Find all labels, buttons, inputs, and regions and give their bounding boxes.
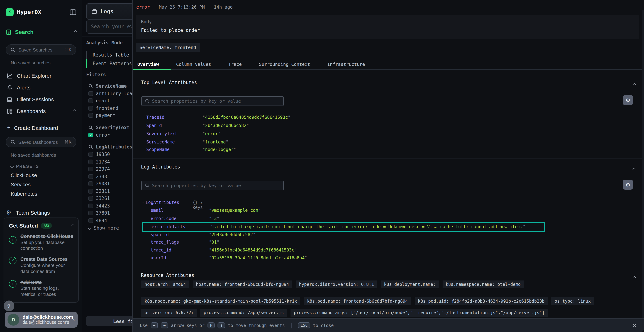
saved-dashboards-field[interactable] (18, 139, 58, 145)
collapse-section-icon[interactable] (632, 81, 635, 88)
tab-column-values[interactable]: Column Values (176, 61, 211, 67)
sidebar-item-team-settings[interactable]: ⚙ Team Settings (0, 206, 82, 218)
filter-option[interactable]: artillery-loa (86, 90, 132, 97)
resource-tag[interactable]: process.command_args: ["/usr/local/bin/n… (291, 309, 548, 316)
top-attributes-search-field[interactable] (152, 98, 274, 104)
detail-footer: Use ← → arrow keys or k j to move throug… (133, 318, 644, 332)
footer-text: to close (313, 323, 334, 328)
checkbox[interactable] (88, 211, 93, 216)
tree-expand-icon[interactable]: ▾ (142, 200, 144, 204)
filter-option[interactable]: 32311 (86, 188, 132, 195)
k-key: k (208, 322, 215, 328)
preset-kubernetes[interactable]: Kubernetes (0, 189, 82, 198)
filter-option[interactable]: payment (86, 112, 132, 119)
filter-option[interactable]: 21734 (86, 158, 132, 166)
filter-option[interactable]: 29081 (86, 180, 132, 188)
log-attributes-search[interactable] (141, 181, 284, 190)
collapse-section-icon[interactable] (632, 274, 635, 280)
filter-option[interactable]: 19350 (86, 151, 132, 158)
checkbox[interactable] (88, 189, 93, 194)
service-name-tag[interactable]: ServiceName: frontend (136, 43, 200, 52)
sidebar-item-client-sessions[interactable]: Client Sessions (0, 94, 82, 105)
saved-dashboards-input[interactable]: ⌘K (6, 137, 76, 148)
checkbox[interactable] (88, 167, 93, 172)
help-button[interactable]: ? (4, 300, 14, 311)
log-attributes-search-field[interactable] (152, 183, 274, 188)
checkbox[interactable] (88, 218, 93, 223)
tab-overview[interactable]: Overview (138, 61, 159, 67)
tab-trace[interactable]: Trace (228, 61, 242, 67)
get-started-item-connect[interactable]: ✓ Connect to ClickHouse Set up your data… (9, 233, 73, 252)
less-filters-button[interactable]: Less fil (86, 316, 132, 326)
get-started-item-sources[interactable]: ✓ Create Data Sources Configure where yo… (9, 256, 73, 275)
mode-results-table[interactable]: Results Table (86, 51, 132, 59)
show-more-toggle[interactable]: Show more (86, 224, 132, 232)
event-search-input[interactable] (86, 19, 132, 34)
saved-searches-input[interactable]: ⌘K (6, 44, 76, 55)
search-config-panel: Logs Analysis Mode Results Table Event P… (82, 0, 132, 332)
close-icon[interactable]: × (632, 322, 637, 329)
app-title: HyperDX (17, 8, 42, 16)
checkbox[interactable] (88, 174, 93, 179)
checkbox-checked[interactable]: ✓ (88, 133, 93, 138)
source-selector-button[interactable]: Logs (86, 3, 132, 19)
resource-tag[interactable]: os.version: 6.6.72+ (141, 309, 197, 316)
checkbox[interactable] (88, 160, 93, 164)
filter-option[interactable]: frontend (86, 104, 132, 112)
presets-toggle[interactable]: PRESETS (11, 164, 82, 168)
sidebar-item-alerts[interactable]: Alerts (0, 82, 82, 94)
scrollbar[interactable] (642, 10, 644, 318)
preset-services[interactable]: Services (0, 180, 82, 189)
log-attributes-settings-button[interactable]: ⚙ (623, 180, 633, 190)
sidebar-item-chart-explorer[interactable]: Chart Explorer (0, 70, 82, 82)
filter-option[interactable]: 37801 (86, 210, 132, 217)
create-dashboard-button[interactable]: + Create Dashboard (0, 122, 82, 134)
user-menu[interactable]: D dale@clickhouse.com dale@clickhouse.co… (5, 312, 78, 328)
resource-tag[interactable]: host.name: frontend-6b6c8d7bfd-ng894 (193, 280, 292, 288)
resource-tag[interactable]: os.type: linux (551, 297, 594, 305)
preset-clickhouse[interactable]: ClickHouse (0, 171, 82, 180)
checkbox[interactable] (88, 152, 93, 157)
log-attributes-title: Log Attributes (141, 164, 180, 170)
filter-option[interactable]: 2333 (86, 173, 132, 180)
filter-option[interactable]: email (86, 97, 132, 104)
resource-tag[interactable]: k8s.namespace.name: otel-demo (442, 280, 524, 288)
resource-tag[interactable]: k8s.pod.uid: f284fb2d-a0b3-4634-991b-e2c… (415, 297, 548, 305)
checkbox[interactable] (88, 182, 93, 186)
sidebar-item-search[interactable]: Search (0, 24, 82, 40)
checkbox[interactable] (88, 106, 93, 110)
resource-tag[interactable]: hyperdx.distro.version: 0.8.1 (296, 280, 377, 288)
divider (291, 322, 292, 328)
filter-option-checked[interactable]: ✓error (86, 131, 132, 139)
get-started-item-add-data[interactable]: ✓ Add Data Start sending logs, metrics, … (9, 279, 73, 298)
filter-option[interactable]: 4894 (86, 217, 132, 224)
highlighted-attribute-row[interactable]: error.details failed to charge card: cou… (142, 222, 545, 232)
resource-attributes-title: Resource Attributes (141, 272, 194, 278)
resource-tag[interactable]: k8s.deployment.name: (381, 280, 439, 288)
top-attributes-search[interactable] (141, 96, 284, 106)
resource-tag[interactable]: k8s.node.name: gke-pme-k8s-standard-main… (141, 297, 300, 305)
checkbox[interactable] (88, 113, 93, 118)
collapse-sidebar-icon[interactable] (70, 9, 76, 15)
chevron-up-icon[interactable] (71, 224, 74, 227)
saved-searches-field[interactable] (18, 47, 58, 52)
resource-tag[interactable]: host.arch: amd64 (141, 280, 189, 288)
resource-tag[interactable]: k8s.pod.name: frontend-6b6c8d7bfd-ng894 (304, 297, 411, 305)
top-attributes-settings-button[interactable]: ⚙ (623, 95, 633, 105)
resource-tag[interactable]: process.command: /app/server.js (200, 309, 287, 316)
collapse-section-icon[interactable] (632, 165, 635, 172)
checkbox[interactable] (88, 91, 93, 96)
checkbox[interactable] (88, 196, 93, 201)
filter-option[interactable]: 34423 (86, 202, 132, 210)
filter-option[interactable]: 22974 (86, 166, 132, 173)
checkbox[interactable] (88, 204, 93, 208)
gs-item-desc: Start sending logs, metrics, or traces (20, 286, 73, 298)
sidebar-item-dashboards[interactable]: Dashboards (0, 105, 82, 117)
checkbox[interactable] (88, 98, 93, 103)
tab-surrounding-context[interactable]: Surrounding Context (259, 61, 310, 67)
tab-infrastructure[interactable]: Infrastructure (327, 61, 365, 67)
body-label: Body (141, 19, 634, 24)
event-search-field[interactable] (91, 24, 132, 29)
filter-option[interactable]: 33261 (86, 195, 132, 202)
mode-event-patterns[interactable]: Event Patterns (86, 59, 132, 68)
